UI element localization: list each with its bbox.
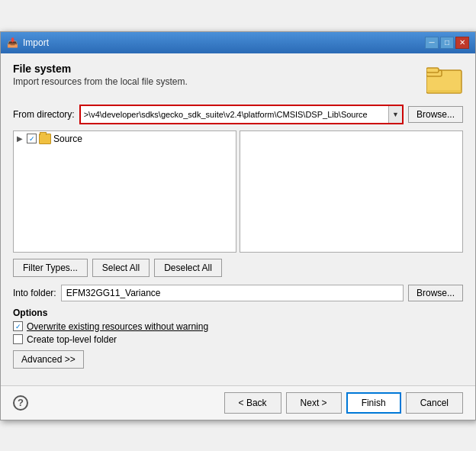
overwrite-checkbox[interactable] (13, 321, 23, 331)
right-panel[interactable] (240, 130, 463, 253)
into-folder-label: Into folder: (13, 288, 56, 298)
cancel-button[interactable]: Cancel (406, 392, 463, 414)
svg-rect-3 (428, 90, 462, 93)
titlebar-title: Import (23, 37, 49, 48)
footer-buttons: < Back Next > Finish Cancel (224, 392, 463, 414)
from-directory-row: From directory: ▼ Browse... (13, 105, 463, 124)
checkbox-source[interactable] (27, 134, 37, 143)
titlebar: 📥 Import ─ □ ✕ (1, 32, 475, 53)
section-title: File system (13, 63, 419, 75)
dialog-content: File system Import resources from the lo… (1, 53, 475, 385)
left-panel[interactable]: ▶ Source (13, 130, 236, 253)
import-dialog: 📥 Import ─ □ ✕ File system Import resour… (0, 31, 476, 420)
overwrite-label[interactable]: Overwrite existing resources without war… (27, 321, 208, 332)
titlebar-controls: ─ □ ✕ (425, 37, 469, 49)
create-folder-checkbox[interactable] (13, 334, 23, 344)
overwrite-option-row: Overwrite existing resources without war… (13, 321, 463, 332)
filter-types-button[interactable]: Filter Types... (13, 259, 88, 277)
action-buttons: Filter Types... Select All Deselect All (13, 259, 463, 277)
folder-icon-source (39, 134, 51, 144)
help-button[interactable]: ? (13, 395, 28, 411)
dialog-footer: ? < Back Next > Finish Cancel (1, 385, 475, 420)
svg-rect-2 (426, 68, 439, 72)
header-text: File system Import resources from the lo… (13, 63, 419, 95)
browse-folder-button[interactable]: Browse... (408, 285, 463, 301)
finish-button[interactable]: Finish (346, 392, 401, 414)
source-label: Source (53, 134, 82, 144)
create-folder-option-row: Create top-level folder (13, 334, 463, 345)
next-button[interactable]: Next > (286, 392, 342, 414)
section-desc: Import resources from the local file sys… (13, 76, 419, 87)
titlebar-left: 📥 Import (7, 37, 49, 48)
panels-row: ▶ Source (13, 130, 463, 253)
large-folder-icon (426, 64, 463, 97)
select-all-button[interactable]: Select All (92, 259, 150, 277)
options-title: Options (13, 308, 463, 318)
directory-input[interactable] (81, 108, 388, 121)
minimize-button[interactable]: ─ (425, 37, 439, 49)
into-folder-input[interactable] (61, 285, 404, 301)
close-button[interactable]: ✕ (455, 37, 469, 49)
browse-directory-button[interactable]: Browse... (408, 106, 463, 123)
tree-item-source[interactable]: ▶ Source (14, 131, 236, 147)
header-section: File system Import resources from the lo… (13, 63, 463, 97)
options-section: Options Overwrite existing resources wit… (13, 308, 463, 369)
into-folder-row: Into folder: Browse... (13, 285, 463, 301)
directory-dropdown-button[interactable]: ▼ (388, 106, 402, 123)
titlebar-icon: 📥 (7, 37, 18, 48)
maximize-button[interactable]: □ (440, 37, 454, 49)
directory-input-wrapper: ▼ (79, 105, 404, 124)
create-folder-label: Create top-level folder (27, 334, 117, 345)
back-button[interactable]: < Back (224, 392, 281, 414)
advanced-button[interactable]: Advanced >> (13, 350, 84, 369)
deselect-all-button[interactable]: Deselect All (154, 259, 222, 277)
expand-arrow-source[interactable]: ▶ (17, 134, 24, 143)
from-directory-label: From directory: (13, 109, 75, 120)
